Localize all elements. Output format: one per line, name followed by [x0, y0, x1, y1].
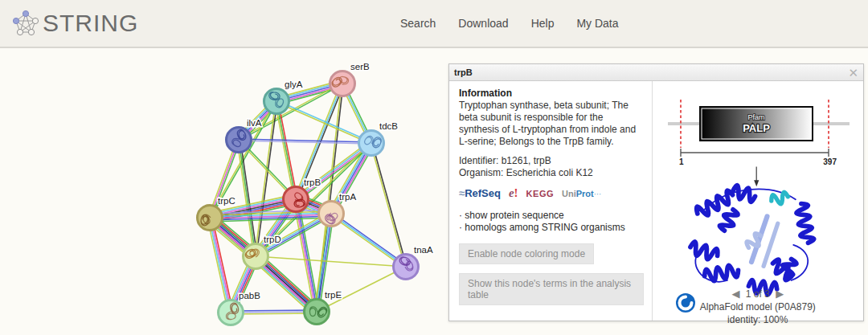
organism-line: Organism: Escherichia coli K12 — [459, 167, 644, 178]
edge-trpA-tnaA[interactable] — [330, 215, 405, 268]
edge-serB-ilvA[interactable] — [239, 83, 342, 139]
uniprot-logo[interactable]: UniProt⋯ — [562, 186, 601, 200]
edge-ilvA-trpD[interactable] — [239, 140, 256, 256]
protein-structure-image[interactable] — [674, 164, 842, 299]
node-tdcB[interactable] — [359, 131, 384, 156]
network-graph[interactable]: serBglyAilvAtdcBtrpBtrpAtrpCtrpDtnaApabB… — [0, 50, 448, 335]
node-ilvA[interactable] — [227, 128, 252, 153]
node-label-tnaA: tnaA — [414, 245, 433, 255]
uniprot-dots-icon: ⋯ — [594, 190, 601, 198]
node-label-serB: serB — [350, 62, 370, 71]
pfam-domain-diagram[interactable]: Pfam PALP 1 397 — [657, 90, 859, 167]
enable-node-coloring-button[interactable]: Enable node coloring mode — [459, 243, 594, 264]
node-label-trpD: trpD — [264, 235, 281, 244]
ensembl-logo[interactable]: e! — [509, 186, 518, 200]
nav-my-data[interactable]: My Data — [576, 17, 618, 30]
structure-column: Pfam PALP 1 397 — [653, 81, 863, 321]
show-sequence-link[interactable]: · show protein sequence — [459, 210, 644, 223]
refseq-logo[interactable]: ≈RefSeq — [459, 186, 501, 200]
popup-title: trpB — [449, 64, 863, 77]
pfam-source-label: Pfam — [747, 113, 764, 121]
node-label-tdcB: tdcB — [379, 121, 398, 131]
node-label-ilvA: ilvA — [247, 118, 262, 128]
node-trpE[interactable] — [305, 300, 330, 325]
node-label-trpB: trpB — [304, 178, 321, 187]
edge-glyA-tdcB[interactable] — [276, 100, 371, 142]
info-column: Information Tryptophan synthase, beta su… — [449, 81, 653, 321]
node-label-pabB: pabB — [239, 291, 260, 300]
pfam-domain-label: PALP — [743, 122, 770, 134]
node-tnaA[interactable] — [394, 255, 419, 280]
logo-title: STRING — [43, 10, 138, 37]
pager-count: 1 of 3 — [746, 288, 770, 300]
node-serB[interactable] — [330, 71, 355, 96]
top-header: STRING Search Download Help My Data — [0, 0, 868, 48]
close-icon[interactable]: ✕ — [848, 65, 858, 80]
edge-tdcB-tnaA[interactable] — [371, 143, 405, 267]
edge-trpD-tnaA[interactable] — [256, 256, 406, 267]
edge-serB-ilvA[interactable] — [239, 84, 342, 141]
node-label-trpC: trpC — [218, 196, 235, 206]
homologs-link[interactable]: · homologs among STRING organisms — [459, 222, 644, 235]
edge-trpA-tnaA[interactable] — [332, 212, 407, 265]
top-navigation: Search Download Help My Data — [400, 0, 619, 47]
node-glyA[interactable] — [264, 89, 289, 114]
string-logo[interactable]: STRING — [13, 10, 138, 37]
structure-footer: ◀ 1 of 3 ▶ AlphaFold model (P0A879) iden… — [653, 288, 863, 325]
node-trpC[interactable] — [198, 206, 223, 231]
info-heading: Information — [459, 88, 644, 99]
nav-search[interactable]: Search — [400, 17, 436, 30]
edge-trpE-tnaA[interactable] — [317, 267, 406, 312]
action-links: · show protein sequence · homologs among… — [459, 210, 644, 235]
scale-end-label: 397 — [823, 157, 837, 166]
node-trpD[interactable] — [244, 244, 268, 269]
kegg-logo[interactable]: KEGG — [526, 186, 554, 200]
node-trpA[interactable] — [319, 202, 344, 227]
popup-header[interactable]: trpB ✕ — [449, 64, 863, 81]
prev-structure-icon[interactable]: ◀ — [728, 288, 743, 300]
network-area: serBglyAilvAtdcBtrpBtrpAtrpCtrpDtnaApabB… — [0, 50, 448, 335]
identifier-line: Identifier: b1261, trpB — [459, 155, 644, 166]
next-structure-icon[interactable]: ▶ — [772, 288, 787, 300]
protein-popup: trpB ✕ Information Tryptophan synthase, … — [448, 63, 864, 321]
show-terms-button[interactable]: Show this node's terms in the analysis t… — [459, 273, 644, 305]
node-label-trpA: trpA — [339, 192, 356, 202]
scale-start-label: 1 — [679, 157, 684, 166]
node-trpB[interactable] — [284, 187, 309, 212]
edge-glyA-trpB[interactable] — [276, 101, 296, 199]
pdb-swirl-icon[interactable] — [675, 292, 696, 317]
nav-download[interactable]: Download — [458, 17, 508, 30]
database-links-row: ≈RefSeq e! KEGG UniProt⋯ — [459, 186, 644, 200]
node-label-trpE: trpE — [325, 290, 342, 300]
residue-position-arrow — [754, 167, 759, 187]
nav-help[interactable]: Help — [531, 17, 555, 30]
node-pabB[interactable] — [219, 300, 244, 325]
string-network-icon — [13, 10, 39, 37]
protein-description: Tryptophan synthase, beta subunit; The b… — [459, 100, 644, 148]
node-label-glyA: glyA — [285, 80, 303, 89]
